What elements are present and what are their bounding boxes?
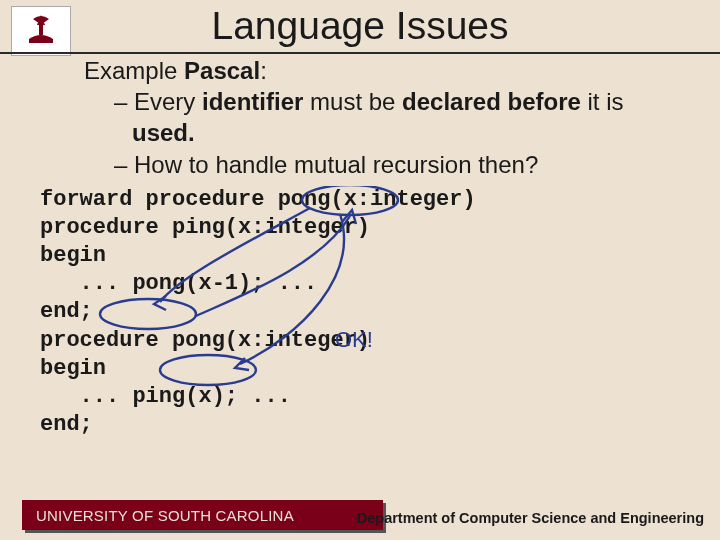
example-prefix: Example — [84, 57, 184, 84]
code-line: procedure ping(x:integer) — [40, 214, 680, 242]
footer-banner: UNIVERSITY OF SOUTH CAROLINA — [22, 500, 383, 530]
bullet-1: – Every identifier must be declared befo… — [114, 86, 680, 148]
code-line: begin — [40, 242, 680, 270]
university-name: UNIVERSITY OF SOUTH CAROLINA — [36, 507, 294, 524]
code-line: ... pong(x-1); ... — [40, 270, 680, 298]
code-line: end; — [40, 411, 680, 439]
code-line: ... ping(x); ... — [40, 383, 680, 411]
slide-content: Example Pascal: – Every identifier must … — [40, 55, 680, 439]
code-block: forward procedure pong(x:integer) proced… — [40, 186, 680, 439]
example-line: Example Pascal: — [84, 55, 680, 86]
department-label: Department of Computer Science and Engin… — [357, 510, 704, 526]
bullet-2: – How to handle mutual recursion then? — [114, 149, 680, 180]
code-line: forward procedure pong(x:integer) — [40, 186, 680, 214]
title-underline — [0, 52, 720, 54]
ok-annotation: OK! — [335, 326, 373, 354]
code-line: end; — [40, 298, 680, 326]
example-lang: Pascal — [184, 57, 260, 84]
slide-title: Language Issues — [0, 4, 720, 48]
code-line: begin — [40, 355, 680, 383]
